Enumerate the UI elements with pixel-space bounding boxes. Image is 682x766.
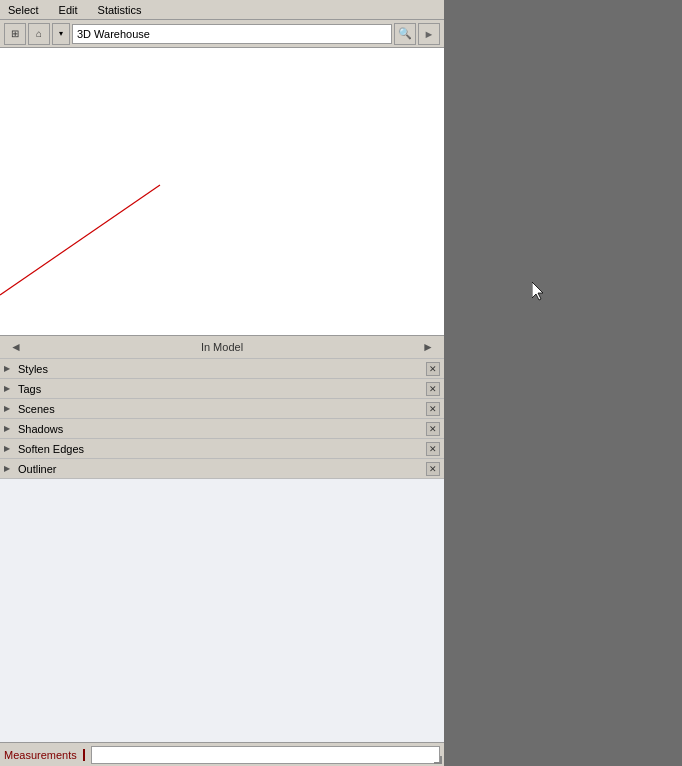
in-model-nav-bar: ◄ In Model ► [0,335,444,359]
search-icon: 🔍 [398,27,412,40]
nav-back-button[interactable]: ◄ [6,337,26,357]
dropdown-icon: ▾ [59,29,63,38]
search-input[interactable] [72,24,392,44]
measurements-input[interactable] [91,746,440,764]
panel-close-outliner[interactable]: ✕ [426,462,440,476]
menu-select[interactable]: Select [4,4,43,16]
nav-forward-btn[interactable]: ► [418,337,438,357]
panel-item-shadows[interactable]: ▶ Shadows ✕ [0,419,444,439]
grid-button[interactable]: ⊞ [4,23,26,45]
dropdown-button[interactable]: ▾ [52,23,70,45]
panel-arrow-soften-edges: ▶ [4,444,14,453]
panel-label-outliner: Outliner [18,463,57,475]
right-panel [444,0,682,766]
menu-bar: Select Edit Statistics [0,0,444,20]
cursor-indicator [532,282,548,305]
panel-item-styles[interactable]: ▶ Styles ✕ [0,359,444,379]
panel-close-soften-edges[interactable]: ✕ [426,442,440,456]
back-arrow-icon: ◄ [10,340,22,354]
panel-list: ▶ Styles ✕ ▶ Tags ✕ ▶ Scenes ✕ ▶ Shadows [0,359,444,479]
grid-icon: ⊞ [11,28,19,39]
toolbar-row: ⊞ ⌂ ▾ 🔍 ► [0,20,444,48]
panel-label-soften-edges: Soften Edges [18,443,84,455]
measurements-bar: Measurements [0,742,444,766]
panel-arrow-styles: ▶ [4,364,14,373]
panel-label-shadows: Shadows [18,423,63,435]
menu-statistics[interactable]: Statistics [94,4,146,16]
forward-icon: ► [424,28,435,40]
canvas-line [0,135,444,335]
panel-label-tags: Tags [18,383,41,395]
svg-line-0 [0,185,160,295]
panel-arrow-shadows: ▶ [4,424,14,433]
home-icon: ⌂ [36,28,42,39]
in-model-label: In Model [201,341,243,353]
panel-close-styles[interactable]: ✕ [426,362,440,376]
svg-marker-1 [532,282,543,300]
panel-close-scenes[interactable]: ✕ [426,402,440,416]
home-button[interactable]: ⌂ [28,23,50,45]
resize-handle[interactable] [432,754,444,766]
panel-item-outliner[interactable]: ▶ Outliner ✕ [0,459,444,479]
panel-close-tags[interactable]: ✕ [426,382,440,396]
panel-item-tags[interactable]: ▶ Tags ✕ [0,379,444,399]
panel-label-scenes: Scenes [18,403,55,415]
left-panel: Select Edit Statistics ⊞ ⌂ ▾ 🔍 ► ◄ [0,0,444,766]
lower-content [0,479,444,766]
panel-label-styles: Styles [18,363,48,375]
panel-item-soften-edges[interactable]: ▶ Soften Edges ✕ [0,439,444,459]
menu-edit[interactable]: Edit [55,4,82,16]
panel-item-scenes[interactable]: ▶ Scenes ✕ [0,399,444,419]
panel-arrow-tags: ▶ [4,384,14,393]
measurements-label: Measurements [4,749,85,761]
main-content [0,48,444,335]
panel-close-shadows[interactable]: ✕ [426,422,440,436]
panel-arrow-scenes: ▶ [4,404,14,413]
search-button[interactable]: 🔍 [394,23,416,45]
forward-arrow-icon: ► [422,340,434,354]
panel-arrow-outliner: ▶ [4,464,14,473]
nav-forward-button[interactable]: ► [418,23,440,45]
